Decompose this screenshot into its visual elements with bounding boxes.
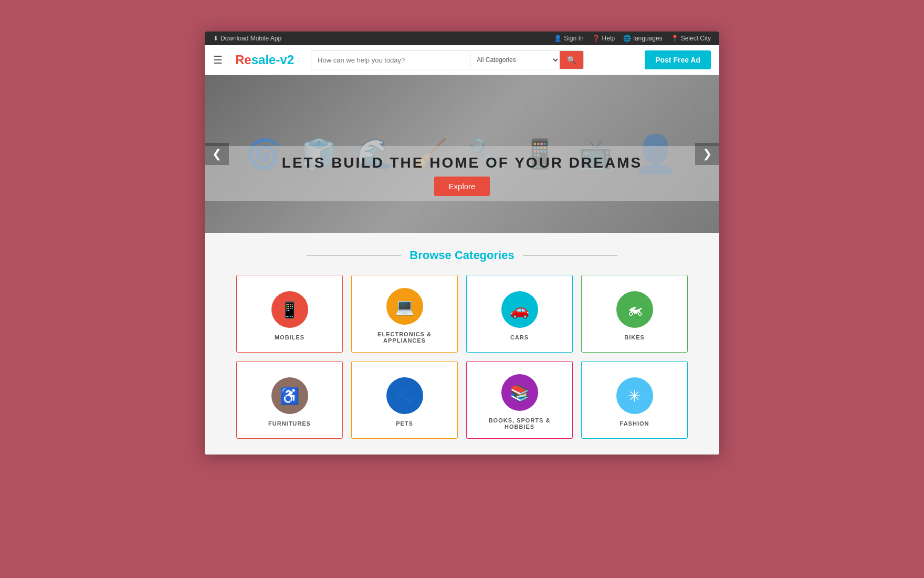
pets-label: PETS	[396, 420, 413, 427]
fashion-icon: ✳	[628, 387, 641, 405]
pets-icon-circle: 🐾	[386, 377, 423, 414]
hamburger-menu[interactable]: ☰	[213, 54, 223, 66]
city-label: Select City	[681, 35, 711, 42]
browse-categories-title: Browse Categories	[213, 249, 711, 262]
books-icon-circle: 📚	[501, 374, 538, 411]
location-icon: 📍	[671, 35, 679, 42]
hero-slider: 🌀 🧊 🌊 🧹 🔧 📱 📺 👤 ❮ LETS BUILD THE HOME OF…	[205, 75, 719, 233]
mobiles-label: MOBILES	[275, 334, 304, 340]
search-input[interactable]	[311, 52, 470, 68]
categories-grid: 📱 MOBILES 💻 ELECTRONICS & APPLIANCES 🚗 C…	[236, 275, 688, 439]
category-select[interactable]: All Categories Mobiles Electronics & App…	[470, 51, 560, 68]
top-bar-right: 👤 Sign In ❓ Help 🌐 languages 📍 Select Ci…	[554, 35, 711, 42]
fashion-icon-circle: ✳	[616, 377, 653, 414]
pets-icon: 🐾	[395, 387, 414, 405]
post-free-ad-button[interactable]: Post Free Ad	[645, 50, 711, 69]
category-cars[interactable]: 🚗 CARS	[466, 275, 573, 353]
electronics-icon-circle: 💻	[386, 288, 423, 325]
section-title-text: Browse Categories	[410, 249, 514, 262]
mobiles-icon-circle: 📱	[271, 291, 308, 328]
category-fashion[interactable]: ✳ FASHION	[581, 361, 688, 439]
slider-prev-button[interactable]: ❮	[205, 143, 229, 165]
browser-window: ⬇ Download Mobile App 👤 Sign In ❓ Help 🌐…	[205, 32, 719, 455]
bikes-label: BIKES	[624, 334, 645, 340]
category-furnitures[interactable]: ♿ FURNITURES	[236, 361, 343, 439]
hero-title: LETS BUILD THE HOME OF YOUR DREAMS	[205, 154, 719, 171]
hero-content: LETS BUILD THE HOME OF YOUR DREAMS Explo…	[205, 146, 719, 201]
logo-rest: sale-v2	[251, 53, 294, 67]
explore-button[interactable]: Explore	[434, 177, 490, 196]
books-label: BOOKS, SPORTS & HOBBIES	[473, 417, 566, 430]
category-bikes[interactable]: 🏍 BIKES	[581, 275, 688, 353]
cars-label: CARS	[510, 334, 529, 340]
top-bar: ⬇ Download Mobile App 👤 Sign In ❓ Help 🌐…	[205, 32, 719, 45]
help-icon: ❓	[592, 35, 600, 42]
logo-re: Re	[235, 53, 251, 67]
signin-label: Sign In	[564, 35, 583, 42]
mobiles-icon: 📱	[280, 301, 299, 319]
select-city-link[interactable]: 📍 Select City	[671, 35, 711, 42]
navbar: ☰ Resale-v2 All Categories Mobiles Elect…	[205, 45, 719, 75]
logo[interactable]: Resale-v2	[235, 53, 294, 67]
languages-link[interactable]: 🌐 languages	[623, 35, 662, 42]
slider-next-button[interactable]: ❯	[695, 143, 719, 165]
furnitures-label: FURNITURES	[268, 420, 311, 427]
search-container: All Categories Mobiles Electronics & App…	[311, 50, 584, 69]
electronics-label: ELECTRONICS & APPLIANCES	[358, 331, 451, 344]
signin-icon: 👤	[554, 35, 562, 42]
cars-icon-circle: 🚗	[501, 291, 538, 328]
download-icon: ⬇	[213, 35, 218, 42]
category-electronics[interactable]: 💻 ELECTRONICS & APPLIANCES	[351, 275, 458, 353]
help-link[interactable]: ❓ Help	[592, 35, 615, 42]
category-books[interactable]: 📚 BOOKS, SPORTS & HOBBIES	[466, 361, 573, 439]
category-mobiles[interactable]: 📱 MOBILES	[236, 275, 343, 353]
languages-label: languages	[633, 35, 662, 42]
furnitures-icon: ♿	[280, 387, 299, 405]
electronics-icon: 💻	[395, 297, 414, 316]
bikes-icon-circle: 🏍	[616, 291, 653, 328]
bikes-icon: 🏍	[627, 301, 643, 318]
cars-icon: 🚗	[510, 301, 529, 319]
top-bar-left: ⬇ Download Mobile App	[213, 35, 281, 42]
main-content: Browse Categories 📱 MOBILES 💻 ELECTRONIC…	[205, 233, 719, 455]
fashion-label: FASHION	[620, 420, 649, 427]
download-label: Download Mobile App	[220, 35, 281, 42]
books-icon: 📚	[510, 384, 529, 402]
download-app-link[interactable]: ⬇ Download Mobile App	[213, 35, 281, 42]
help-label: Help	[602, 35, 615, 42]
signin-link[interactable]: 👤 Sign In	[554, 35, 583, 42]
furnitures-icon-circle: ♿	[271, 377, 308, 414]
search-button[interactable]: 🔍	[560, 51, 583, 69]
category-pets[interactable]: 🐾 PETS	[351, 361, 458, 439]
globe-icon: 🌐	[623, 35, 631, 42]
